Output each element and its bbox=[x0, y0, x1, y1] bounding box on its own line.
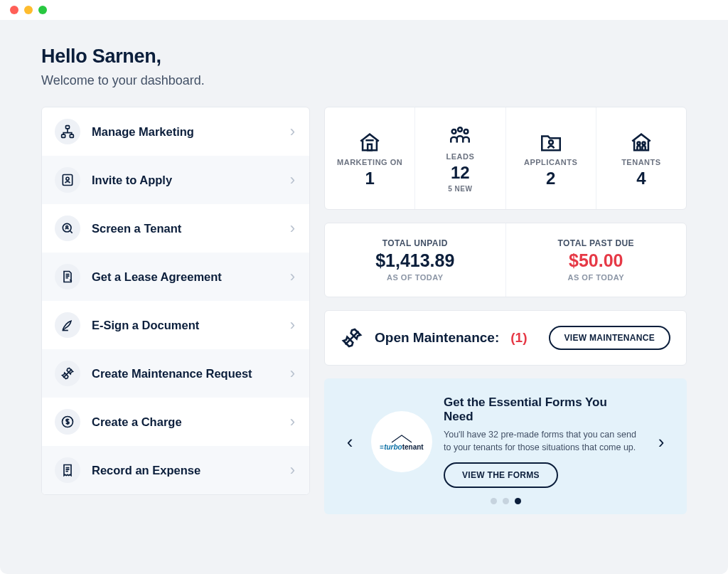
total-label: TOTAL UNPAID bbox=[382, 238, 448, 248]
carousel-dot-active[interactable] bbox=[515, 498, 521, 504]
promo-description: You'll have 32 pre-made forms that you c… bbox=[444, 428, 640, 454]
action-label: Create a Charge bbox=[92, 415, 290, 429]
promo-title: Get the Essential Forms You Need bbox=[444, 395, 640, 424]
chevron-right-icon: › bbox=[290, 413, 295, 431]
stat-label: TENANTS bbox=[621, 158, 660, 166]
minimize-window-button[interactable] bbox=[24, 6, 33, 14]
people-icon bbox=[448, 124, 472, 149]
total-asof: AS OF TODAY bbox=[387, 273, 443, 282]
svg-point-11 bbox=[464, 129, 469, 134]
promo-logo: ≡turbotenant bbox=[371, 411, 432, 472]
chevron-right-icon: › bbox=[290, 219, 295, 238]
action-label: Get a Lease Agreement bbox=[92, 270, 290, 284]
promo-card: ‹ ≡turbotenant Get the Essential Forms Y… bbox=[324, 378, 687, 514]
window-controls bbox=[10, 6, 47, 14]
stat-label: LEADS bbox=[446, 152, 474, 161]
document-edit-icon bbox=[55, 264, 80, 289]
action-create-charge[interactable]: Create a Charge › bbox=[42, 398, 309, 446]
action-esign[interactable]: E-Sign a Document › bbox=[42, 301, 309, 349]
svg-point-13 bbox=[637, 142, 640, 144]
stat-value: 12 bbox=[451, 164, 470, 181]
tools-icon bbox=[55, 361, 80, 386]
svg-point-14 bbox=[642, 142, 645, 144]
stat-value: 2 bbox=[546, 170, 555, 187]
stat-value: 4 bbox=[636, 170, 646, 187]
chevron-right-icon: › bbox=[290, 316, 295, 334]
close-window-button[interactable] bbox=[10, 6, 18, 14]
maintenance-count: (1) bbox=[510, 330, 527, 346]
svg-point-6 bbox=[66, 226, 68, 228]
action-label: E-Sign a Document bbox=[92, 319, 290, 332]
action-label: Screen a Tenant bbox=[92, 222, 290, 235]
carousel-dot[interactable] bbox=[491, 498, 497, 504]
chevron-right-icon: › bbox=[290, 171, 295, 189]
maintenance-card: Open Maintenance: (1) VIEW MAINTENANCE bbox=[324, 310, 687, 366]
svg-rect-0 bbox=[66, 126, 70, 129]
total-unpaid: TOTAL UNPAID $1,413.89 AS OF TODAY bbox=[325, 223, 506, 297]
svg-point-4 bbox=[66, 177, 69, 180]
maximize-window-button[interactable] bbox=[38, 6, 47, 14]
tools-icon bbox=[341, 326, 363, 349]
view-forms-button[interactable]: VIEW THE FORMS bbox=[444, 462, 558, 488]
view-maintenance-button[interactable]: VIEW MAINTENANCE bbox=[549, 326, 670, 350]
totals-row: TOTAL UNPAID $1,413.89 AS OF TODAY TOTAL… bbox=[324, 223, 687, 297]
person-card-icon bbox=[55, 167, 80, 193]
action-label: Record an Expense bbox=[92, 464, 290, 477]
stat-value: 1 bbox=[365, 170, 374, 187]
action-label: Manage Marketing bbox=[92, 125, 290, 139]
action-record-expense[interactable]: Record an Expense › bbox=[42, 446, 309, 494]
carousel-next-button[interactable]: › bbox=[651, 432, 671, 452]
folder-person-icon bbox=[539, 130, 563, 154]
action-lease-agreement[interactable]: Get a Lease Agreement › bbox=[42, 253, 309, 301]
maintenance-title: Open Maintenance: bbox=[375, 330, 499, 346]
stat-sublabel: 5 NEW bbox=[448, 185, 472, 193]
svg-point-10 bbox=[459, 127, 463, 132]
greeting-subtitle: Welcome to your dashboard. bbox=[41, 73, 687, 88]
stat-applicants[interactable]: APPLICANTS 2 bbox=[506, 107, 596, 209]
stat-tenants[interactable]: TENANTS 4 bbox=[596, 107, 686, 209]
house-icon bbox=[358, 130, 382, 154]
app-window: Hello Sarnen, Welcome to your dashboard.… bbox=[0, 0, 728, 574]
chevron-right-icon: › bbox=[290, 461, 295, 479]
action-manage-marketing[interactable]: Manage Marketing › bbox=[42, 107, 309, 156]
action-invite-to-apply[interactable]: Invite to Apply › bbox=[42, 156, 309, 204]
chevron-right-icon: › bbox=[290, 267, 295, 286]
svg-rect-8 bbox=[368, 144, 372, 150]
stat-leads[interactable]: LEADS 12 5 NEW bbox=[415, 107, 505, 209]
total-value: $50.00 bbox=[569, 250, 623, 271]
magnify-person-icon bbox=[55, 216, 80, 241]
carousel-pagination bbox=[340, 498, 671, 504]
svg-point-9 bbox=[452, 129, 456, 134]
total-asof: AS OF TODAY bbox=[568, 273, 624, 282]
house-people-icon bbox=[629, 130, 653, 154]
receipt-icon bbox=[55, 457, 80, 483]
stat-marketing[interactable]: MARKETING ON 1 bbox=[325, 107, 415, 209]
dollar-circle-icon bbox=[55, 409, 80, 435]
total-label: TOTAL PAST DUE bbox=[558, 238, 634, 248]
sitemap-icon bbox=[55, 119, 80, 144]
total-pastdue: TOTAL PAST DUE $50.00 AS OF TODAY bbox=[506, 223, 687, 297]
carousel-dot[interactable] bbox=[503, 498, 509, 504]
svg-point-12 bbox=[549, 140, 553, 144]
quick-actions-list: Manage Marketing › Invite to Apply › bbox=[41, 107, 310, 495]
carousel-prev-button[interactable]: ‹ bbox=[340, 432, 360, 452]
stats-row: MARKETING ON 1 LEADS 12 5 NEW APPLICANTS… bbox=[324, 107, 687, 210]
quill-icon bbox=[55, 312, 80, 338]
total-value: $1,413.89 bbox=[375, 250, 454, 271]
stat-label: APPLICANTS bbox=[524, 158, 577, 166]
titlebar bbox=[0, 0, 728, 20]
greeting-title: Hello Sarnen, bbox=[41, 46, 687, 68]
chevron-right-icon: › bbox=[290, 122, 295, 141]
action-screen-tenant[interactable]: Screen a Tenant › bbox=[42, 204, 309, 253]
stat-label: MARKETING ON bbox=[337, 158, 402, 166]
action-maintenance-request[interactable]: Create Maintenance Request › bbox=[42, 349, 309, 398]
svg-rect-2 bbox=[70, 134, 73, 137]
action-label: Create Maintenance Request bbox=[92, 367, 290, 381]
svg-rect-1 bbox=[62, 134, 65, 137]
action-label: Invite to Apply bbox=[92, 174, 290, 187]
dashboard-content: Hello Sarnen, Welcome to your dashboard.… bbox=[0, 20, 728, 574]
chevron-right-icon: › bbox=[290, 364, 295, 383]
